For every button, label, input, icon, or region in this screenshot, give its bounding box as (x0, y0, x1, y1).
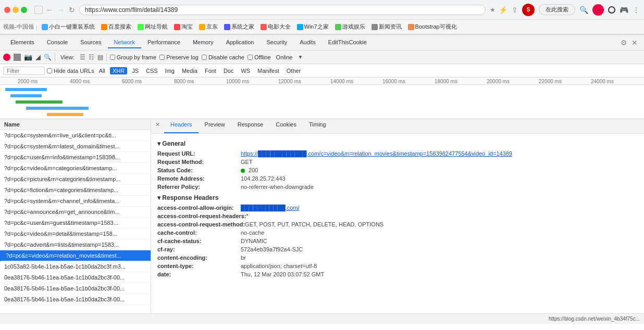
bm-3[interactable]: 网址导航 (135, 22, 170, 32)
bm-1[interactable]: 小白一键重装系统 (40, 22, 97, 32)
reload-icon[interactable]: ↻ (69, 6, 75, 14)
request-item-1[interactable]: ?d=pc&c=system&m=latest_domain&timest... (0, 141, 151, 152)
bm-icon-5 (199, 24, 205, 30)
detail-tab-response[interactable]: Response (231, 119, 270, 133)
request-item-13[interactable]: 0ea38176-5b46-11ea-b5ae-1c1b0da2bc3f-00.… (0, 272, 151, 283)
search-icon[interactable]: 🔍 (579, 6, 588, 14)
search-box[interactable]: 在此搜索 (539, 4, 575, 15)
stop-button[interactable] (14, 54, 21, 61)
filter-xhr[interactable]: XHR (110, 67, 127, 74)
menu-icon[interactable]: ⋮ (633, 6, 640, 14)
tab-memory[interactable]: Memory (187, 37, 220, 48)
close-btn[interactable] (4, 7, 10, 13)
filter-ws[interactable]: WS (238, 67, 253, 74)
kv-cf-ray: cf-ray: 572a4eb39a7f92a4-SJC (157, 246, 638, 252)
bm-10[interactable]: 新闻资讯 (369, 22, 404, 32)
detail-tab-headers[interactable]: Headers (164, 119, 199, 133)
tab-network[interactable]: Network (108, 37, 141, 48)
filter-css[interactable]: CSS (143, 67, 160, 74)
disable-cache-check[interactable]: Disable cache (202, 54, 244, 60)
detail-close-btn[interactable]: ✕ (151, 119, 164, 133)
acrm-val: GET, POST, PUT, PATCH, DELETE, HEAD, OPT… (245, 221, 383, 227)
filter-all[interactable]: All (96, 67, 108, 74)
bm-6[interactable]: 系统之家 (222, 22, 256, 32)
tab-sources[interactable]: Sources (74, 37, 107, 48)
request-item-0[interactable]: ?d=pc&c=system&m=live_url&client=pc&ti..… (0, 130, 151, 141)
record-button[interactable] (3, 54, 10, 61)
filter-icon[interactable]: ◢ (35, 53, 41, 61)
request-item-6[interactable]: ?d=pc&c=system&m=channel_info&timesta... (0, 196, 151, 207)
detail-tab-preview[interactable]: Preview (199, 119, 231, 133)
detail-tab-timing[interactable]: Timing (303, 119, 332, 133)
filter-doc[interactable]: Doc (221, 67, 237, 74)
bm-5[interactable]: 京东 (197, 22, 220, 32)
kv-content-type: content-type: application/json; charset=… (157, 263, 638, 269)
offline-check[interactable]: Offline (247, 54, 271, 60)
bookmark-star[interactable]: ★ (490, 6, 496, 14)
forward-icon[interactable]: → (57, 6, 65, 14)
detail-tab-cookies[interactable]: Cookies (269, 119, 303, 133)
hide-data-urls-check[interactable]: Hide data URLs (47, 68, 94, 74)
remote-address-val: 104.28.25.72:443 (241, 175, 286, 182)
bm-9[interactable]: 游戏娱乐 (333, 22, 367, 32)
tab-icon (34, 6, 43, 14)
request-item-7[interactable]: ?d=pc&c=announce&m=get_announce&tim... (0, 207, 151, 218)
view-icon-tree[interactable]: ▤ (97, 54, 103, 61)
date-val: Thu, 12 Mar 2020 03:07:52 GMT (241, 271, 324, 277)
request-item-5[interactable]: ?d=pc&c=fiction&m=categories&timestamp..… (0, 185, 151, 196)
filter-font[interactable]: Font (202, 67, 219, 74)
filter-js[interactable]: JS (129, 67, 141, 74)
profile-icon[interactable]: S (522, 4, 535, 16)
online-dropdown[interactable]: Online (274, 54, 295, 61)
video-bookmark[interactable]: 视频-中国领 (3, 23, 34, 31)
kv-referrer-policy: Referrer Policy: no-referrer-when-downgr… (157, 184, 638, 190)
view-icon-grid[interactable]: ☷ (89, 54, 94, 61)
request-item-14[interactable]: 0ea38176-5b46-11ea-b5ae-1c1b0da2bc3f-00.… (0, 283, 151, 294)
share-icon[interactable]: ⇪ (512, 6, 518, 14)
request-item-3[interactable]: ?d=pc&c=video&m=categories&timestamp... (0, 163, 151, 174)
request-item-10[interactable]: ?d=pc&c=advert&m=lists&timestamp=1583... (0, 239, 151, 250)
tab-console[interactable]: Console (41, 37, 74, 48)
timeline-row-0 (0, 87, 644, 92)
tab-security[interactable]: Security (260, 37, 293, 48)
tab-audits[interactable]: Audits (293, 37, 322, 48)
filter-img[interactable]: Img (163, 67, 177, 74)
bm-11[interactable]: Bootstrap可视化 (406, 22, 459, 32)
devtools-settings-icon[interactable]: ⚙ (618, 36, 629, 49)
filter-media[interactable]: Media (179, 67, 200, 74)
view-icon-list[interactable]: ☰ (80, 54, 85, 61)
content-encoding-label: content-encoding: (157, 255, 241, 261)
bm-7[interactable]: 电影大全 (258, 22, 293, 32)
minimize-btn[interactable] (13, 7, 19, 13)
group-by-frame-check[interactable]: Group by frame (110, 54, 156, 60)
bm-8[interactable]: Win7之家 (295, 22, 331, 32)
gamepad-icon[interactable]: 🎮 (620, 6, 628, 14)
filter-other[interactable]: Other (284, 67, 304, 74)
url-bar[interactable]: https://www.com/film/detail/14389 (79, 5, 486, 15)
request-item-11[interactable]: ?d=pc&c=video&m=relation_movies&timest..… (0, 250, 151, 261)
request-item-4[interactable]: ?d=pc&c=picture&m=categories&timestamp..… (0, 174, 151, 185)
preserve-log-check[interactable]: Preserve log (159, 54, 199, 60)
camera-icon[interactable]: 📷 (24, 53, 32, 61)
tab-elements[interactable]: Elements (4, 37, 41, 48)
filter-manifest[interactable]: Manifest (255, 67, 282, 74)
timeline-bar-1 (10, 94, 42, 97)
cf-cache-label: cf-cache-status: (157, 238, 241, 244)
bm-4[interactable]: 淘宝 (172, 22, 195, 32)
tab-application[interactable]: Application (220, 37, 261, 48)
maximize-btn[interactable] (21, 7, 27, 13)
request-item-9[interactable]: ?d=pc&c=video&m=detail&timestamp=158... (0, 229, 151, 239)
request-item-2[interactable]: ?d=pc&c=user&m=info&timestamp=158398... (0, 152, 151, 163)
bm-2[interactable]: 百度搜索 (99, 22, 133, 32)
search-icon2[interactable]: 🔍 (44, 54, 52, 61)
tick-9: 20000 ms (485, 79, 537, 84)
request-item-12[interactable]: 1c053a82-5b4e-11ea-b5ae-1c1b0da2bc3f.m3.… (0, 261, 151, 272)
request-item-15[interactable]: 0ea38176-5b46-11ea-b5ae-1c1b0da2bc3f-00.… (0, 294, 151, 305)
devtools-close-icon[interactable]: ✕ (629, 36, 640, 49)
tab-performance[interactable]: Performance (141, 37, 187, 48)
filter-input[interactable] (3, 67, 45, 75)
tab-editthiscookie[interactable]: EditThisCookie (322, 37, 373, 48)
back-icon[interactable]: ← (46, 6, 53, 14)
request-item-8[interactable]: ?d=pc&c=user&m=guest&timestamp=1583... (0, 218, 151, 229)
online-chevron[interactable]: ▼ (298, 54, 303, 60)
